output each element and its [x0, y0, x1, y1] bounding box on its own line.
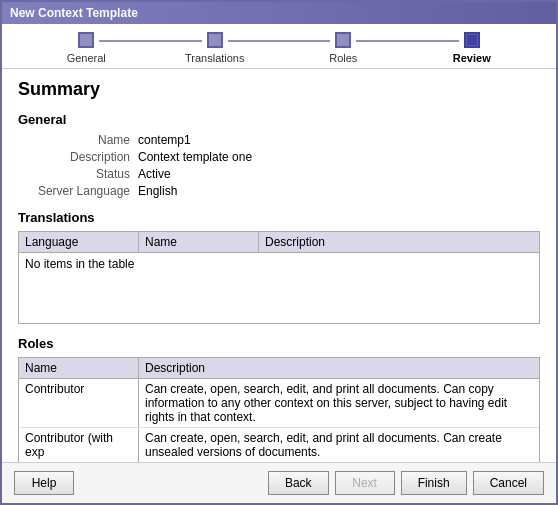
- status-label: Status: [28, 167, 138, 181]
- step-roles: Roles: [279, 32, 408, 64]
- role-name-contributor: Contributor: [19, 379, 139, 427]
- content-area: Summary General Name contemp1 Descriptio…: [2, 69, 556, 462]
- dialog-title-text: New Context Template: [10, 6, 138, 20]
- roles-section: Roles Name Description Contributor Can c…: [18, 336, 540, 462]
- server-language-field-row: Server Language English: [18, 184, 540, 198]
- translations-empty-message: No items in the table: [25, 257, 134, 271]
- roles-table-header: Name Description: [19, 358, 539, 379]
- page-title: Summary: [18, 79, 540, 100]
- step-general: General: [22, 32, 151, 64]
- role-desc-contributor-exp: Can create, open, search, edit, and prin…: [139, 428, 539, 462]
- svg-rect-3: [467, 35, 477, 45]
- next-button[interactable]: Next: [335, 471, 395, 495]
- step-translations: Translations: [151, 32, 280, 64]
- step-general-label: General: [67, 52, 106, 64]
- footer-left: Help: [14, 471, 262, 495]
- translations-section-title: Translations: [18, 210, 540, 225]
- name-field-row: Name contemp1: [18, 133, 540, 147]
- translations-section: Translations Language Name Description N…: [18, 210, 540, 324]
- roles-col-description: Description: [139, 358, 539, 378]
- translations-col-description: Description: [259, 232, 539, 252]
- role-name-contributor-exp: Contributor (with exp: [19, 428, 139, 462]
- step-translations-icon: [207, 32, 223, 48]
- description-label: Description: [28, 150, 138, 164]
- step-review: Review: [408, 32, 537, 64]
- translations-table-body: No items in the table: [19, 253, 539, 323]
- roles-table: Name Description Contributor Can create,…: [18, 357, 540, 462]
- step-roles-icon: [335, 32, 351, 48]
- server-language-label: Server Language: [28, 184, 138, 198]
- svg-rect-0: [81, 35, 91, 45]
- translations-col-name: Name: [139, 232, 259, 252]
- cancel-button[interactable]: Cancel: [473, 471, 544, 495]
- step-general-icon: [78, 32, 94, 48]
- roles-section-title: Roles: [18, 336, 540, 351]
- svg-rect-1: [210, 35, 220, 45]
- help-button[interactable]: Help: [14, 471, 74, 495]
- finish-button[interactable]: Finish: [401, 471, 467, 495]
- back-button[interactable]: Back: [268, 471, 329, 495]
- description-value: Context template one: [138, 150, 252, 164]
- status-field-row: Status Active: [18, 167, 540, 181]
- general-section: General Name contemp1 Description Contex…: [18, 112, 540, 198]
- roles-col-name: Name: [19, 358, 139, 378]
- svg-rect-2: [338, 35, 348, 45]
- translations-col-language: Language: [19, 232, 139, 252]
- description-field-row: Description Context template one: [18, 150, 540, 164]
- status-value: Active: [138, 167, 171, 181]
- roles-table-body: Contributor Can create, open, search, ed…: [19, 379, 539, 462]
- wizard-steps: General Translations Roles Review: [2, 24, 556, 69]
- step-review-label: Review: [453, 52, 491, 64]
- name-label: Name: [28, 133, 138, 147]
- role-desc-contributor: Can create, open, search, edit, and prin…: [139, 379, 539, 427]
- footer: Help Back Next Finish Cancel: [2, 462, 556, 503]
- new-context-template-dialog: New Context Template General Translation…: [0, 0, 558, 505]
- step-roles-label: Roles: [329, 52, 357, 64]
- dialog-title: New Context Template: [2, 2, 556, 24]
- step-review-icon: [464, 32, 480, 48]
- table-row: Contributor (with exp Can create, open, …: [19, 428, 539, 462]
- name-value: contemp1: [138, 133, 191, 147]
- translations-table-header: Language Name Description: [19, 232, 539, 253]
- table-row: Contributor Can create, open, search, ed…: [19, 379, 539, 428]
- server-language-value: English: [138, 184, 177, 198]
- general-section-title: General: [18, 112, 540, 127]
- translations-table: Language Name Description No items in th…: [18, 231, 540, 324]
- step-translations-label: Translations: [185, 52, 245, 64]
